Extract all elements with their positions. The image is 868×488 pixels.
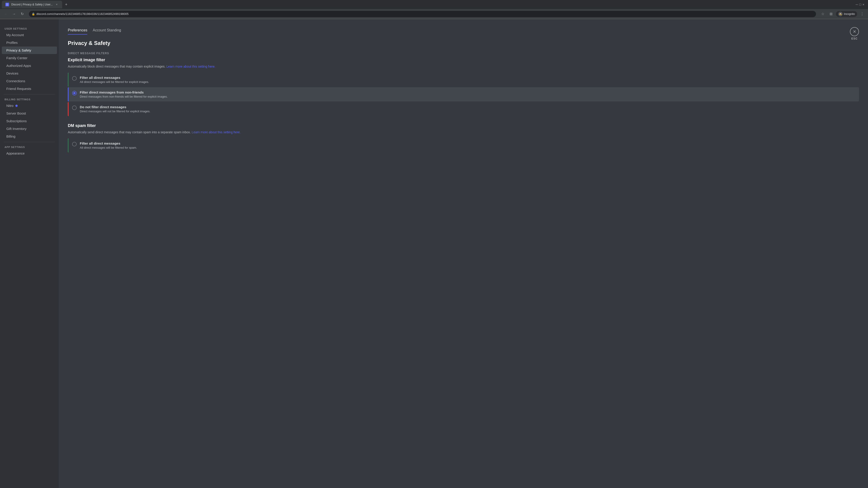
sidebar-label-privacy-safety: Privacy & Safety xyxy=(6,48,31,52)
page-title: Privacy & Safety xyxy=(68,40,859,46)
tab-close-button[interactable]: × xyxy=(55,3,59,6)
radio-filter-non-friends-circle xyxy=(72,91,76,95)
sidebar-item-nitro[interactable]: Nitro xyxy=(2,102,57,109)
window-maximize[interactable]: □ xyxy=(859,3,861,6)
sidebar-label-my-account: My Account xyxy=(6,33,24,37)
radio-do-not-filter-circle xyxy=(72,105,76,110)
dm-spam-filter-description: Automatically send direct messages that … xyxy=(68,130,859,135)
window-close[interactable]: × xyxy=(863,3,864,6)
incognito-label: Incognito xyxy=(844,12,855,15)
radio-spam-filter-all[interactable]: Filter all direct messages All direct me… xyxy=(68,138,859,153)
window-minimize[interactable]: ─ xyxy=(856,3,858,6)
nav-back-button[interactable]: ← xyxy=(3,11,9,17)
esc-label: ESC xyxy=(851,37,858,40)
sidebar-item-gift-inventory[interactable]: Gift Inventory xyxy=(2,125,57,132)
radio-filter-all-title: Filter all direct messages xyxy=(80,76,149,79)
sidebar-label-server-boost: Server Boost xyxy=(6,111,26,115)
app-container: USER SETTINGS My Account Profiles Privac… xyxy=(0,19,868,488)
browser-menu-button[interactable]: ⋮ xyxy=(859,11,865,17)
extensions-button[interactable]: ⊞ xyxy=(828,11,834,17)
sidebar-item-family-center[interactable]: Family Center xyxy=(2,54,57,62)
sidebar-item-friend-requests[interactable]: Friend Requests xyxy=(2,85,57,92)
sidebar-label-authorized-apps: Authorized Apps xyxy=(6,64,31,68)
sidebar-item-my-account[interactable]: My Account xyxy=(2,31,57,39)
radio-option-do-not-filter[interactable]: Do not filter direct messages Direct mes… xyxy=(68,102,859,116)
dm-spam-learn-link[interactable]: Learn more about this setting here. xyxy=(192,130,241,134)
billing-settings-header: BILLING SETTINGS xyxy=(0,96,59,102)
radio-filter-non-friends-title: Filter direct messages from non-friends xyxy=(80,90,168,94)
radio-do-not-filter-desc: Direct messages will not be filtered for… xyxy=(80,109,150,113)
bookmark-button[interactable]: ☆ xyxy=(819,11,826,17)
explicit-image-filter-description: Automatically block direct messages that… xyxy=(68,64,859,69)
dm-filters-header: DIRECT MESSAGE FILTERS xyxy=(68,52,859,55)
radio-spam-filter-all-desc: All direct messages will be filtered for… xyxy=(80,146,137,149)
sidebar-item-privacy-safety[interactable]: Privacy & Safety xyxy=(2,46,57,54)
sidebar-item-connections[interactable]: Connections xyxy=(2,77,57,85)
sidebar-label-profiles: Profiles xyxy=(6,41,18,44)
tab-bar: D Discord | Privacy & Safety | User... ×… xyxy=(0,0,868,9)
lock-icon: 🔒 xyxy=(32,12,35,15)
sidebar-item-profiles[interactable]: Profiles xyxy=(2,39,57,46)
sidebar-item-devices[interactable]: Devices xyxy=(2,70,57,77)
sidebar-label-billing: Billing xyxy=(6,134,16,138)
sidebar-item-appearance[interactable]: Appearance xyxy=(2,150,57,157)
radio-filter-all-circle xyxy=(72,76,76,80)
sidebar-label-family-center: Family Center xyxy=(6,56,27,60)
dm-spam-filter-options: Filter all direct messages All direct me… xyxy=(68,138,859,153)
browser-chrome: D Discord | Privacy & Safety | User... ×… xyxy=(0,0,868,19)
sidebar-label-subscriptions: Subscriptions xyxy=(6,119,27,123)
radio-do-not-filter-title: Do not filter direct messages xyxy=(80,105,150,109)
tab-account-standing[interactable]: Account Standing xyxy=(93,28,121,35)
radio-option-filter-all[interactable]: Filter all direct messages All direct me… xyxy=(68,72,859,87)
radio-spam-filter-all-circle xyxy=(72,142,76,147)
nitro-badge xyxy=(16,105,18,107)
tab-preferences[interactable]: Preferences xyxy=(68,28,87,35)
settings-tabs: Preferences Account Standing xyxy=(68,28,859,35)
sidebar-item-authorized-apps[interactable]: Authorized Apps xyxy=(2,62,57,69)
radio-filter-all-desc: All direct messages will be filtered for… xyxy=(80,80,149,84)
sidebar-label-appearance: Appearance xyxy=(6,151,25,155)
sidebar-label-gift-inventory: Gift Inventory xyxy=(6,127,26,131)
new-tab-button[interactable]: + xyxy=(63,1,69,8)
active-tab[interactable]: D Discord | Privacy & Safety | User... × xyxy=(2,1,62,8)
nav-right-controls: ☆ ⊞ 🕵 Incognito ⋮ xyxy=(819,11,865,17)
address-text: discord.com/channels/1182346851781984336… xyxy=(36,12,129,15)
explicit-image-filter-options: Filter all direct messages All direct me… xyxy=(68,72,859,116)
radio-filter-non-friends-desc: Direct messages from non-friends will be… xyxy=(80,95,168,98)
nav-bar: ← → ↻ 🔒 discord.com/channels/11823468517… xyxy=(0,9,868,19)
address-bar[interactable]: 🔒 discord.com/channels/11823468517819843… xyxy=(29,11,816,17)
tab-title: Discord | Privacy & Safety | User... xyxy=(11,3,53,6)
sidebar-label-devices: Devices xyxy=(6,71,18,75)
sidebar-item-billing[interactable]: Billing xyxy=(2,133,57,140)
sidebar-item-server-boost[interactable]: Server Boost xyxy=(2,109,57,117)
nav-forward-button[interactable]: → xyxy=(11,11,17,17)
incognito-button[interactable]: 🕵 Incognito xyxy=(836,11,857,17)
dm-spam-filter-section: DM spam filter Automatically send direct… xyxy=(68,123,859,153)
sidebar: USER SETTINGS My Account Profiles Privac… xyxy=(0,19,59,488)
esc-button[interactable]: ✕ ESC xyxy=(850,27,859,40)
sidebar-label-nitro: Nitro xyxy=(6,104,13,107)
user-settings-header: USER SETTINGS xyxy=(0,26,59,31)
radio-option-filter-non-friends[interactable]: Filter direct messages from non-friends … xyxy=(68,87,859,101)
dm-spam-filter-title: DM spam filter xyxy=(68,123,859,128)
sidebar-label-connections: Connections xyxy=(6,79,25,83)
sidebar-item-subscriptions[interactable]: Subscriptions xyxy=(2,117,57,125)
explicit-image-learn-link[interactable]: Learn more about this setting here. xyxy=(166,65,215,68)
esc-icon-circle: ✕ xyxy=(850,27,859,36)
sidebar-label-friend-requests: Friend Requests xyxy=(6,87,31,91)
esc-x-icon: ✕ xyxy=(853,29,856,34)
radio-spam-filter-all-title: Filter all direct messages xyxy=(80,141,137,145)
app-settings-header: APP SETTINGS xyxy=(0,144,59,149)
tab-favicon: D xyxy=(5,3,9,6)
sidebar-divider-2 xyxy=(4,142,55,142)
nav-reload-button[interactable]: ↻ xyxy=(19,11,25,17)
content-area: ✕ ESC Preferences Account Standing Priva… xyxy=(59,19,868,488)
explicit-image-filter-title: Explicit image filter xyxy=(68,58,859,62)
incognito-icon: 🕵 xyxy=(838,12,843,16)
